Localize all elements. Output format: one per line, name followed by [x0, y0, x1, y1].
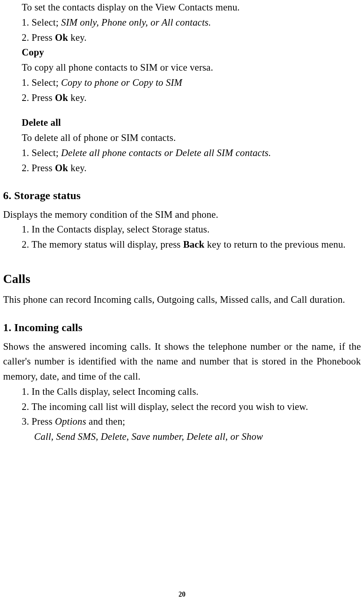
- step-options: SIM only, Phone only, or All contacts.: [61, 17, 211, 28]
- step-options: Delete all phone contacts or Delete all …: [61, 148, 271, 158]
- step-options-word: Options: [55, 416, 86, 427]
- key-name: Ok: [55, 163, 68, 173]
- delete-all-heading: Delete all: [22, 115, 361, 130]
- step-prefix: 2. The memory status will display, press: [22, 239, 183, 250]
- step-prefix: 3. Press: [22, 416, 55, 427]
- storage-status-heading: 6. Storage status: [3, 187, 361, 204]
- page: To set the contacts display on the View …: [0, 0, 364, 604]
- key-name: Ok: [55, 92, 68, 103]
- delete-all-step-2: 2. Press Ok key.: [22, 161, 361, 176]
- view-contacts-step-1: 1. Select; SIM only, Phone only, or All …: [22, 15, 361, 30]
- view-contacts-step-2: 2. Press Ok key.: [22, 30, 361, 45]
- incoming-step-2: 2. The incoming call list will display, …: [22, 399, 361, 415]
- calls-intro: This phone can record Incoming calls, Ou…: [3, 292, 361, 307]
- incoming-step-1: 1. In the Calls display, select Incoming…: [22, 384, 361, 399]
- view-contacts-intro: To set the contacts display on the View …: [22, 0, 361, 15]
- step-prefix: 1. Select;: [22, 17, 61, 28]
- storage-step-2: 2. The memory status will display, press…: [22, 237, 361, 252]
- incoming-step-3: 3. Press Options and then;: [22, 414, 361, 429]
- key-name: Back: [183, 239, 205, 250]
- page-number: 20: [0, 590, 364, 599]
- copy-heading: Copy: [22, 45, 361, 60]
- step-prefix: 1. Select;: [22, 77, 61, 88]
- storage-steps: 1. In the Contacts display, select Stora…: [3, 222, 361, 252]
- key-name: Ok: [55, 32, 68, 43]
- step-suffix: key.: [68, 163, 87, 173]
- delete-all-intro: To delete all of phone or SIM contacts.: [22, 130, 361, 146]
- incoming-options-list: Call, Send SMS, Delete, Save number, Del…: [22, 429, 361, 444]
- page-content: To set the contacts display on the View …: [3, 0, 361, 444]
- copy-step-1: 1. Select; Copy to phone or Copy to SIM: [22, 75, 361, 90]
- step-suffix: key.: [68, 92, 87, 103]
- copy-step-2: 2. Press Ok key.: [22, 90, 361, 106]
- step-prefix: 2. Press: [22, 92, 55, 103]
- storage-status-intro: Displays the memory condition of the SIM…: [3, 207, 361, 222]
- step-suffix: key to return to the previous menu.: [204, 239, 345, 250]
- step-prefix: 2. Press: [22, 32, 55, 43]
- incoming-calls-heading: 1. Incoming calls: [3, 319, 361, 336]
- step-prefix: 2. Press: [22, 163, 55, 173]
- storage-step-1: 1. In the Contacts display, select Stora…: [22, 222, 361, 237]
- incoming-steps: 1. In the Calls display, select Incoming…: [3, 384, 361, 444]
- view-contacts-section: To set the contacts display on the View …: [3, 0, 361, 175]
- step-prefix: 1. Select;: [22, 148, 61, 158]
- step-suffix: key.: [68, 32, 87, 43]
- delete-all-step-1: 1. Select; Delete all phone contacts or …: [22, 146, 361, 161]
- calls-heading: Calls: [3, 269, 361, 289]
- incoming-calls-intro: Shows the answered incoming calls. It sh…: [3, 339, 361, 384]
- spacer: [22, 105, 361, 115]
- step-suffix: and then;: [86, 416, 125, 427]
- step-options: Copy to phone or Copy to SIM: [61, 77, 182, 88]
- copy-intro: To copy all phone contacts to SIM or vic…: [22, 60, 361, 75]
